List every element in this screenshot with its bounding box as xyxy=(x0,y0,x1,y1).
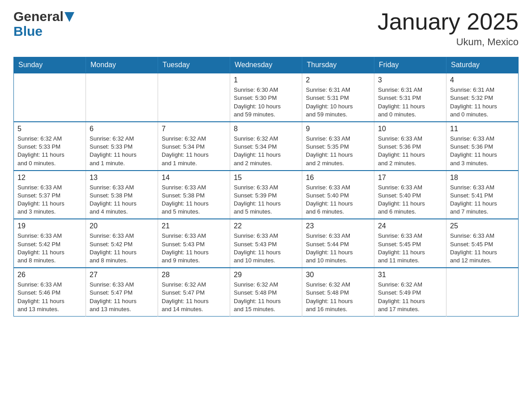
day-info: Sunrise: 6:31 AMSunset: 5:31 PMDaylight:… xyxy=(378,86,442,119)
location: Ukum, Mexico xyxy=(378,36,519,48)
month-title: January 2025 xyxy=(378,9,519,34)
day-number: 1 xyxy=(234,76,298,84)
day-number: 2 xyxy=(306,76,370,84)
day-info: Sunrise: 6:33 AMSunset: 5:36 PMDaylight:… xyxy=(450,135,515,167)
day-info: Sunrise: 6:32 AMSunset: 5:34 PMDaylight:… xyxy=(162,135,226,167)
calendar-cell: 4Sunrise: 6:31 AMSunset: 5:32 PMDaylight… xyxy=(446,73,519,122)
calendar-cell: 25Sunrise: 6:33 AMSunset: 5:45 PMDayligh… xyxy=(446,219,519,268)
calendar-cell: 26Sunrise: 6:33 AMSunset: 5:46 PMDayligh… xyxy=(14,268,86,316)
day-number: 30 xyxy=(306,271,370,279)
day-number: 8 xyxy=(234,125,298,133)
day-info: Sunrise: 6:33 AMSunset: 5:47 PMDaylight:… xyxy=(90,281,154,313)
day-info: Sunrise: 6:33 AMSunset: 5:46 PMDaylight:… xyxy=(17,281,82,313)
calendar-cell: 9Sunrise: 6:33 AMSunset: 5:35 PMDaylight… xyxy=(302,122,374,171)
logo-blue: Blue xyxy=(13,24,43,39)
day-header-sunday: Sunday xyxy=(14,57,86,73)
calendar-cell: 1Sunrise: 6:30 AMSunset: 5:30 PMDaylight… xyxy=(230,73,302,122)
page-header: General Blue January 2025 Ukum, Mexico xyxy=(13,9,519,48)
calendar-cell: 22Sunrise: 6:33 AMSunset: 5:43 PMDayligh… xyxy=(230,219,302,268)
calendar-cell: 2Sunrise: 6:31 AMSunset: 5:31 PMDaylight… xyxy=(302,73,374,122)
logo-general: General xyxy=(13,9,64,24)
calendar-cell: 29Sunrise: 6:32 AMSunset: 5:48 PMDayligh… xyxy=(230,268,302,316)
day-number: 6 xyxy=(90,125,154,133)
day-info: Sunrise: 6:33 AMSunset: 5:37 PMDaylight:… xyxy=(17,184,82,216)
calendar-week-4: 19Sunrise: 6:33 AMSunset: 5:42 PMDayligh… xyxy=(14,219,519,268)
day-number: 20 xyxy=(90,222,154,230)
calendar-week-2: 5Sunrise: 6:32 AMSunset: 5:33 PMDaylight… xyxy=(14,122,519,171)
day-info: Sunrise: 6:33 AMSunset: 5:40 PMDaylight:… xyxy=(378,184,442,216)
day-info: Sunrise: 6:33 AMSunset: 5:38 PMDaylight:… xyxy=(90,184,154,216)
calendar-cell: 23Sunrise: 6:33 AMSunset: 5:44 PMDayligh… xyxy=(302,219,374,268)
day-header-friday: Friday xyxy=(374,57,446,73)
day-number: 29 xyxy=(234,271,298,279)
calendar-cell: 30Sunrise: 6:32 AMSunset: 5:48 PMDayligh… xyxy=(302,268,374,316)
day-info: Sunrise: 6:33 AMSunset: 5:42 PMDaylight:… xyxy=(17,232,82,265)
calendar-cell xyxy=(158,73,230,122)
day-number: 4 xyxy=(450,76,515,84)
calendar-cell: 10Sunrise: 6:33 AMSunset: 5:36 PMDayligh… xyxy=(374,122,446,171)
day-number: 11 xyxy=(450,125,515,133)
day-info: Sunrise: 6:32 AMSunset: 5:33 PMDaylight:… xyxy=(90,135,154,167)
day-number: 28 xyxy=(162,271,226,279)
calendar-week-5: 26Sunrise: 6:33 AMSunset: 5:46 PMDayligh… xyxy=(14,268,519,316)
calendar-cell: 14Sunrise: 6:33 AMSunset: 5:38 PMDayligh… xyxy=(158,171,230,219)
day-number: 14 xyxy=(162,174,226,182)
day-info: Sunrise: 6:33 AMSunset: 5:45 PMDaylight:… xyxy=(450,232,515,265)
day-number: 24 xyxy=(378,222,442,230)
day-info: Sunrise: 6:33 AMSunset: 5:42 PMDaylight:… xyxy=(90,232,154,265)
day-info: Sunrise: 6:33 AMSunset: 5:40 PMDaylight:… xyxy=(306,184,370,216)
calendar-cell: 12Sunrise: 6:33 AMSunset: 5:37 PMDayligh… xyxy=(14,171,86,219)
day-info: Sunrise: 6:32 AMSunset: 5:34 PMDaylight:… xyxy=(234,135,298,167)
day-number: 15 xyxy=(234,174,298,182)
day-header-saturday: Saturday xyxy=(446,57,519,73)
calendar-cell xyxy=(446,268,519,316)
day-info: Sunrise: 6:32 AMSunset: 5:48 PMDaylight:… xyxy=(306,281,370,313)
day-info: Sunrise: 6:32 AMSunset: 5:48 PMDaylight:… xyxy=(234,281,298,313)
day-number: 17 xyxy=(378,174,442,182)
calendar-table: SundayMondayTuesdayWednesdayThursdayFrid… xyxy=(13,57,519,317)
logo-triangle-icon xyxy=(64,12,74,22)
day-number: 3 xyxy=(378,76,442,84)
day-info: Sunrise: 6:31 AMSunset: 5:32 PMDaylight:… xyxy=(450,86,515,119)
calendar-cell: 31Sunrise: 6:32 AMSunset: 5:49 PMDayligh… xyxy=(374,268,446,316)
day-info: Sunrise: 6:33 AMSunset: 5:41 PMDaylight:… xyxy=(450,184,515,216)
day-number: 31 xyxy=(378,271,442,279)
calendar-cell: 3Sunrise: 6:31 AMSunset: 5:31 PMDaylight… xyxy=(374,73,446,122)
day-number: 21 xyxy=(162,222,226,230)
calendar-cell: 5Sunrise: 6:32 AMSunset: 5:33 PMDaylight… xyxy=(14,122,86,171)
day-info: Sunrise: 6:33 AMSunset: 5:36 PMDaylight:… xyxy=(378,135,442,167)
day-info: Sunrise: 6:33 AMSunset: 5:43 PMDaylight:… xyxy=(162,232,226,265)
calendar-cell: 18Sunrise: 6:33 AMSunset: 5:41 PMDayligh… xyxy=(446,171,519,219)
day-info: Sunrise: 6:33 AMSunset: 5:44 PMDaylight:… xyxy=(306,232,370,265)
calendar-cell: 27Sunrise: 6:33 AMSunset: 5:47 PMDayligh… xyxy=(86,268,158,316)
calendar-cell: 7Sunrise: 6:32 AMSunset: 5:34 PMDaylight… xyxy=(158,122,230,171)
day-number: 22 xyxy=(234,222,298,230)
logo: General Blue xyxy=(13,9,74,39)
svg-marker-0 xyxy=(64,12,74,22)
calendar-week-3: 12Sunrise: 6:33 AMSunset: 5:37 PMDayligh… xyxy=(14,171,519,219)
day-number: 12 xyxy=(17,174,82,182)
day-number: 5 xyxy=(17,125,82,133)
calendar-cell: 13Sunrise: 6:33 AMSunset: 5:38 PMDayligh… xyxy=(86,171,158,219)
day-info: Sunrise: 6:33 AMSunset: 5:45 PMDaylight:… xyxy=(378,232,442,265)
calendar-cell xyxy=(86,73,158,122)
day-number: 13 xyxy=(90,174,154,182)
calendar-header: SundayMondayTuesdayWednesdayThursdayFrid… xyxy=(14,57,519,73)
day-number: 16 xyxy=(306,174,370,182)
calendar-cell: 8Sunrise: 6:32 AMSunset: 5:34 PMDaylight… xyxy=(230,122,302,171)
calendar-cell: 21Sunrise: 6:33 AMSunset: 5:43 PMDayligh… xyxy=(158,219,230,268)
day-number: 7 xyxy=(162,125,226,133)
calendar-cell: 28Sunrise: 6:32 AMSunset: 5:47 PMDayligh… xyxy=(158,268,230,316)
day-number: 26 xyxy=(17,271,82,279)
day-info: Sunrise: 6:33 AMSunset: 5:43 PMDaylight:… xyxy=(234,232,298,265)
day-header-tuesday: Tuesday xyxy=(158,57,230,73)
day-info: Sunrise: 6:32 AMSunset: 5:33 PMDaylight:… xyxy=(17,135,82,167)
day-number: 9 xyxy=(306,125,370,133)
calendar-week-1: 1Sunrise: 6:30 AMSunset: 5:30 PMDaylight… xyxy=(14,73,519,122)
day-number: 18 xyxy=(450,174,515,182)
day-info: Sunrise: 6:33 AMSunset: 5:35 PMDaylight:… xyxy=(306,135,370,167)
day-info: Sunrise: 6:32 AMSunset: 5:47 PMDaylight:… xyxy=(162,281,226,313)
day-info: Sunrise: 6:32 AMSunset: 5:49 PMDaylight:… xyxy=(378,281,442,313)
calendar-cell: 16Sunrise: 6:33 AMSunset: 5:40 PMDayligh… xyxy=(302,171,374,219)
day-header-monday: Monday xyxy=(86,57,158,73)
